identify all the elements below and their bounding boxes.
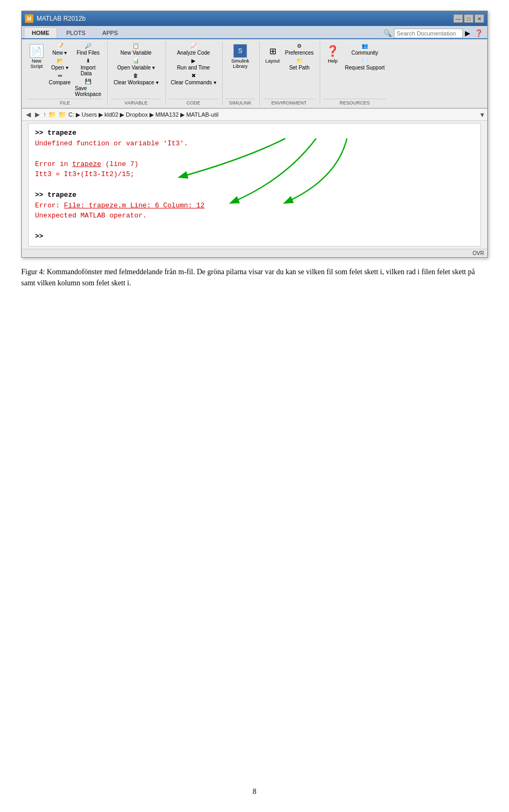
- nav-forward-button[interactable]: ▶: [34, 111, 41, 118]
- compare-icon: ⇔: [58, 73, 62, 78]
- ribbon: HOME PLOTS APPS 🔍 ▶ ❓ 📄: [22, 26, 487, 109]
- cmd-line-2: Undefined function or variable 'It3'.: [35, 138, 474, 149]
- ribbon-group-environment: ⊞ Layout ⚙Preferences 📁Set Path E: [260, 41, 320, 106]
- btn-layout[interactable]: ⊞ Layout: [263, 42, 283, 65]
- cmd-line-1: >> trapeze: [35, 128, 474, 138]
- search-icon: 🔍: [383, 29, 392, 38]
- import-icon: ⬇: [86, 58, 90, 64]
- ribbon-group-file: 📄 NewScript 📝New ▾ 📂Open ▾ ⇔Compar: [25, 41, 108, 106]
- address-path: C: ▶ Users ▶ kld02 ▶ Dropbox ▶ MMA132 ▶ …: [68, 111, 218, 118]
- error-link-trapeze[interactable]: trapeze: [72, 160, 101, 168]
- error-link-file[interactable]: File: trapeze.m Line: 6 Column: 12: [64, 202, 205, 209]
- minimize-button[interactable]: —: [453, 14, 463, 23]
- error-text-1: Undefined function or variable 'It3'.: [35, 139, 188, 147]
- title-bar: M MATLAB R2012b — □ ✕: [22, 11, 487, 26]
- btn-new-variable[interactable]: 📋New Variable: [111, 42, 161, 56]
- btn-request-support[interactable]: 📨Request Support: [344, 57, 387, 71]
- prompt-2: >> trapeze: [35, 191, 76, 199]
- ribbon-group-variable: 📋New Variable 📊Open Variable ▾ 🗑Clear Wo…: [108, 41, 166, 106]
- error-text-2: Error in: [35, 160, 72, 168]
- clear-workspace-icon: 🗑: [133, 73, 138, 78]
- find-files-icon: 🔎: [85, 43, 91, 49]
- ribbon-tabs-right: 🔍 ▶ ❓: [383, 29, 485, 38]
- cmd-line-9: Unexpected MATLAB operator.: [35, 211, 474, 221]
- open-icon: 📂: [57, 58, 63, 64]
- command-window[interactable]: >> trapeze Undefined function or variabl…: [28, 123, 481, 247]
- page: M MATLAB R2012b — □ ✕ HOME PLOTS APPS 🔍: [0, 0, 509, 812]
- set-path-icon: 📁: [296, 58, 303, 64]
- btn-new-script[interactable]: 📄 NewScript: [27, 42, 46, 71]
- tab-apps[interactable]: APPS: [94, 27, 126, 38]
- maximize-button[interactable]: □: [464, 14, 473, 23]
- code-group-label: CODE: [169, 99, 218, 106]
- title-bar-controls: — □ ✕: [453, 14, 484, 23]
- btn-new[interactable]: 📝New ▾: [47, 42, 72, 56]
- cmd-line-4: Error in trapeze (line 7): [35, 159, 474, 170]
- figure-caption: Figur 4: Kommandofönster med felmeddelan…: [21, 266, 488, 289]
- btn-clear-workspace[interactable]: 🗑Clear Workspace ▾: [111, 72, 161, 86]
- cmd-line-blank-2: [35, 180, 474, 190]
- btn-preferences[interactable]: ⚙Preferences: [284, 42, 315, 56]
- close-button[interactable]: ✕: [475, 14, 484, 23]
- ribbon-group-simulink: S SimulinkLibrary SIMULINK: [223, 41, 260, 106]
- variable-group-label: VARIABLE: [111, 99, 161, 106]
- btn-set-path[interactable]: 📁Set Path: [284, 57, 315, 71]
- btn-save[interactable]: 💾SaveWorkspace: [73, 78, 103, 98]
- preferences-icon: ⚙: [297, 43, 302, 49]
- help-icon[interactable]: ❓: [475, 29, 483, 38]
- cmd-line-8: Error: File: trapeze.m Line: 6 Column: 1…: [35, 200, 474, 211]
- new-variable-icon: 📋: [133, 43, 139, 49]
- simulink-icon: S: [233, 44, 247, 58]
- simulink-group-label: SIMULINK: [226, 99, 255, 106]
- run-time-icon: ▶: [191, 58, 196, 64]
- file-group-label: FILE: [27, 99, 103, 106]
- btn-community[interactable]: 👥Community: [344, 42, 387, 56]
- btn-import[interactable]: ⬇ImportData: [73, 57, 103, 77]
- ribbon-body: 📄 NewScript 📝New ▾ 📂Open ▾ ⇔Compar: [22, 39, 487, 108]
- command-window-container: >> trapeze Undefined function or variabl…: [25, 123, 484, 247]
- help-circle-icon: ❓: [326, 44, 340, 58]
- resources-group-label: RESOURCES: [323, 99, 387, 106]
- btn-compare[interactable]: ⇔Compare: [47, 72, 72, 86]
- cmd-line-7: >> trapeze: [35, 190, 474, 200]
- layout-icon: ⊞: [266, 44, 279, 58]
- prompt-1: >> trapeze: [35, 129, 76, 137]
- btn-find-files[interactable]: 🔎Find Files: [73, 42, 103, 56]
- error-text-5: Unexpected MATLAB operator.: [35, 212, 147, 220]
- cmd-line-5: Itt3 = It3+(It3-It2)/15;: [35, 169, 474, 180]
- btn-open-variable[interactable]: 📊Open Variable ▾: [111, 57, 161, 71]
- nav-up-button[interactable]: ↑: [43, 111, 46, 118]
- btn-analyze-code[interactable]: 📈Analyze Code: [169, 42, 218, 56]
- open-variable-icon: 📊: [133, 58, 139, 64]
- save-icon: 💾: [85, 78, 91, 84]
- status-text: OVR: [472, 250, 484, 256]
- btn-open[interactable]: 📂Open ▾: [47, 57, 72, 71]
- btn-run-and-time[interactable]: ▶Run and Time: [169, 57, 218, 71]
- folder-icon: 📁: [48, 111, 56, 118]
- support-icon: 📨: [362, 58, 368, 64]
- new-script-icon: 📄: [30, 44, 43, 58]
- clear-commands-icon: ✖: [191, 73, 196, 78]
- ribbon-tabs-row: HOME PLOTS APPS 🔍 ▶ ❓: [22, 26, 487, 39]
- prompt-3: >>: [35, 232, 43, 240]
- status-bar: OVR: [22, 249, 487, 257]
- new-icon: 📝: [57, 43, 63, 49]
- btn-simulink[interactable]: S SimulinkLibrary: [229, 42, 252, 71]
- folder-icon-2: 📁: [58, 111, 66, 118]
- matlab-icon: M: [25, 14, 33, 23]
- analyze-code-icon: 📈: [190, 43, 197, 49]
- address-dropdown-icon[interactable]: ▾: [480, 110, 484, 119]
- btn-clear-commands[interactable]: ✖Clear Commands ▾: [169, 72, 218, 86]
- search-input[interactable]: [394, 29, 463, 38]
- btn-help[interactable]: ❓ Help: [323, 42, 343, 65]
- community-icon: 👥: [362, 43, 368, 49]
- nav-back-button[interactable]: ◀: [25, 111, 32, 118]
- search-submit-icon[interactable]: ▶: [465, 29, 470, 38]
- cmd-line-blank-3: [35, 221, 474, 232]
- page-number: 8: [21, 788, 488, 796]
- error-text-4: Error:: [35, 202, 64, 209]
- environment-group-label: ENVIRONMENT: [263, 99, 315, 106]
- tab-plots[interactable]: PLOTS: [58, 27, 93, 38]
- cmd-line-blank-1: [35, 149, 474, 159]
- tab-home[interactable]: HOME: [24, 27, 57, 38]
